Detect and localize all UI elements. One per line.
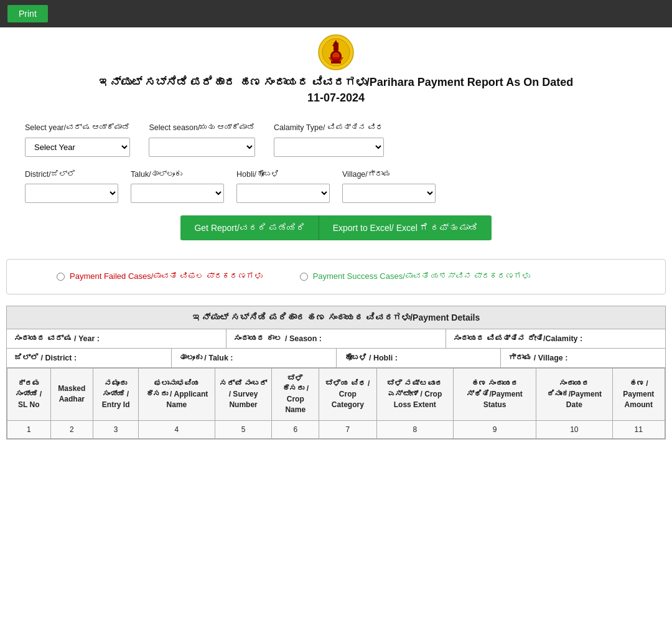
year-filter-group: Select year/ವರ್ಷ ಆಯ್ಕೆಮಾಡಿ Select Year <box>25 123 130 157</box>
col-num-8: 8 <box>376 420 453 438</box>
hobli-label: Hobli/ಹೋಬಳಿ <box>236 169 330 181</box>
emblem-icon <box>317 34 355 71</box>
district-select[interactable] <box>25 184 118 203</box>
button-row: Get Report/ವರದಿ ಪಡೆಯಿರಿ Export to Excel/… <box>25 215 647 240</box>
col-num-2: 2 <box>50 420 93 438</box>
payment-success-label[interactable]: Payment Success Cases/ಪಾವತಿ ಯಶಸ್ವಿನ ಪ್ರಕ… <box>313 271 530 282</box>
col-header-crop-category: ಬೆಳೆಯ ವಿಧ / Crop Category <box>319 368 376 420</box>
season-filter-group: Select season/ಋತು ಆಯ್ಕೆಮಾಡಿ <box>149 123 254 157</box>
col-num-3: 3 <box>93 420 139 438</box>
table-number-row: 1 2 3 4 5 6 7 8 9 10 11 <box>7 420 665 438</box>
table-title: ಇನ್‌ಪುಟ್ ಸಬ್ಸಿಡಿ ಪರಿಹಾರ ಹಣ ಸಂದಾಯದ ವಿವರಗಳ… <box>7 306 665 329</box>
col-header-crop-loss: ಬೆಳೆ ನಷ್ಟವಾದ ಎಸ್ಟೇಣ್ / Crop Loss Extent <box>376 368 453 420</box>
col-header-crop-name: ಬೆಳೆ ಹೆಸರು / Crop Name <box>272 368 319 420</box>
table-section: ಇನ್‌ಪುಟ್ ಸಬ್ಸಿಡಿ ಪರಿಹಾರ ಹಣ ಸಂದಾಯದ ವಿವರಗಳ… <box>6 306 666 440</box>
col-num-4: 4 <box>139 420 215 438</box>
table-info-calamity: ಸಂದಾಯದ ವಿಪತ್ತಿನ ರೀತಿ/Calamity : <box>446 329 665 348</box>
district-filter-group: District/ಜಿಲ್ಲೆ <box>25 169 118 204</box>
print-bar: Print <box>0 0 672 27</box>
svg-marker-7 <box>329 57 343 61</box>
year-select[interactable]: Select Year <box>25 138 130 157</box>
svg-rect-6 <box>331 61 341 64</box>
payment-failed-option[interactable]: Payment Failed Cases/ಪಾವತಿ ವಿಫಲ ಪ್ರಕರಣಗಳ… <box>57 271 263 282</box>
filter-row-2: District/ಜಿಲ್ಲೆ Taluk/ತಾಲ್ಲೂಕು Hobli/ಹೋಬ… <box>25 169 647 204</box>
season-label: Select season/ಋತು ಆಯ್ಕೆಮಾಡಿ <box>149 123 254 134</box>
col-num-9: 9 <box>453 420 536 438</box>
taluk-select[interactable] <box>131 184 224 203</box>
page-title: ಇನ್‌ಪುಟ್ ಸಬ್ಸಿಡಿ ಪರಿಹಾರ ಹಣ ಸಂದಾಯದ ವಿವರಗಳ… <box>12 75 660 106</box>
data-table: ಕ್ರಮ ಸಂಖ್ಯೆ / SL No Masked Aadhar ನಮೂದು … <box>7 368 665 439</box>
col-num-6: 6 <box>272 420 319 438</box>
col-header-payment-status: ಹಣ ಸಂದಾಯದ ಸ್ಥಿತಿ/Payment Status <box>453 368 536 420</box>
col-num-10: 10 <box>536 420 612 438</box>
table-info-village: ಗ್ರಾಮ / Village : <box>501 349 665 367</box>
village-label: Village/ಗ್ರಾಮ <box>342 169 436 181</box>
calamity-label: Calamity Type/ ವಿಪತ್ತಿನ ವಿಧ <box>274 123 384 134</box>
taluk-filter-group: Taluk/ತಾಲ್ಲೂಕು <box>131 169 224 204</box>
hobli-filter-group: Hobli/ಹೋಬಳಿ <box>236 169 330 204</box>
col-header-payment-amount: ಹಣ / Payment Amount <box>612 368 665 420</box>
table-info-row-2: ಜಿಲ್ಲೆ / District : ತಾಲೂಕು / Taluk : ಹೋಬ… <box>7 349 665 368</box>
payment-success-option[interactable]: Payment Success Cases/ಪಾವತಿ ಯಶಸ್ವಿನ ಪ್ರಕ… <box>300 271 530 282</box>
col-header-payment-date: ಸಂದಾಯದ ದಿನಾಂಕ/Payment Date <box>536 368 612 420</box>
district-label: District/ಜಿಲ್ಲೆ <box>25 169 118 181</box>
print-button[interactable]: Print <box>7 5 48 22</box>
filter-row-1: Select year/ವರ್ಷ ಆಯ್ಕೆಮಾಡಿ Select Year S… <box>25 123 647 157</box>
hobli-select[interactable] <box>236 184 330 203</box>
col-header-sl: ಕ್ರಮ ಸಂಖ್ಯೆ / SL No <box>7 368 51 420</box>
header-section: ಇನ್‌ಪುಟ್ ಸಬ್ಸಿಡಿ ಪರಿಹಾರ ಹಣ ಸಂದಾಯದ ವಿವರಗಳ… <box>0 27 672 111</box>
get-report-button[interactable]: Get Report/ವರದಿ ಪಡೆಯಿರಿ <box>180 215 318 240</box>
year-label: Select year/ವರ್ಷ ಆಯ್ಕೆಮಾಡಿ <box>25 123 130 134</box>
col-num-1: 1 <box>7 420 51 438</box>
radio-section: Payment Failed Cases/ಪಾವತಿ ವಿಫಲ ಪ್ರಕರಣಗಳ… <box>6 259 666 294</box>
calamity-filter-group: Calamity Type/ ವಿಪತ್ತಿನ ವಿಧ <box>274 123 384 157</box>
table-header-row: ಕ್ರಮ ಸಂಖ್ಯೆ / SL No Masked Aadhar ನಮೂದು … <box>7 368 665 420</box>
col-num-7: 7 <box>319 420 376 438</box>
taluk-label: Taluk/ತಾಲ್ಲೂಕು <box>131 169 224 181</box>
payment-success-radio[interactable] <box>300 273 308 281</box>
table-info-district: ಜಿಲ್ಲೆ / District : <box>7 349 172 367</box>
col-header-entry: ನಮೂದು ಸಂಖ್ಯೆ / Entry Id <box>93 368 139 420</box>
export-excel-button[interactable]: Export to Excel/ Excel ಗೆ ರಫ್ತು ಮಾಡಿ <box>319 215 492 240</box>
col-header-survey: ಸರ್ವೆ ನಂಬರ್ / Survey Number <box>215 368 272 420</box>
filter-section: Select year/ವರ್ಷ ಆಯ್ಕೆಮಾಡಿ Select Year S… <box>0 111 672 259</box>
col-header-aadhar: Masked Aadhar <box>50 368 93 420</box>
payment-failed-radio[interactable] <box>57 273 65 281</box>
table-info-taluk: ತಾಲೂಕು / Taluk : <box>172 349 337 367</box>
calamity-select[interactable] <box>274 138 384 157</box>
village-filter-group: Village/ಗ್ರಾಮ <box>342 169 436 204</box>
table-info-year: ಸಂದಾಯದ ವರ್ಷ / Year : <box>7 329 226 348</box>
village-select[interactable] <box>342 184 436 203</box>
table-info-season: ಸಂದಾಯದ ಕಾಲ / Season : <box>226 329 446 348</box>
table-info-hobli: ಹೋಬಳಿ / Hobli : <box>337 349 502 367</box>
col-num-5: 5 <box>215 420 272 438</box>
col-num-11: 11 <box>612 420 665 438</box>
payment-failed-label[interactable]: Payment Failed Cases/ಪಾವತಿ ವಿಫಲ ಪ್ರಕರಣಗಳ… <box>70 271 263 282</box>
col-header-applicant: ಫಲಾನುಭವಿಯ ಹೆಸರು / Applicant Name <box>139 368 215 420</box>
season-select[interactable] <box>149 138 254 157</box>
table-info-row-1: ಸಂದಾಯದ ವರ್ಷ / Year : ಸಂದಾಯದ ಕಾಲ / Season… <box>7 329 665 349</box>
